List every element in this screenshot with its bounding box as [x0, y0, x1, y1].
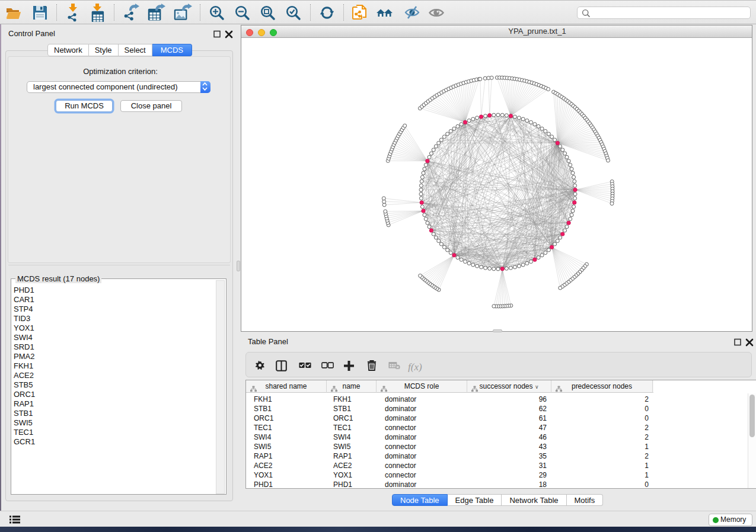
svg-text:f(x): f(x)	[408, 361, 422, 372]
